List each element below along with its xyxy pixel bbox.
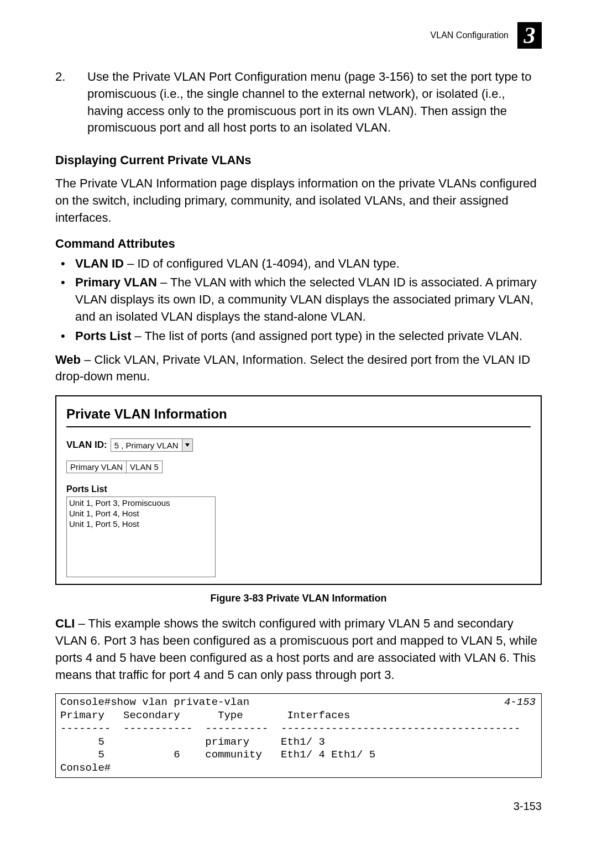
command-attributes-heading: Command Attributes	[55, 237, 542, 251]
bullet-body: Primary VLAN – The VLAN with which the s…	[75, 274, 542, 325]
intro-paragraph: The Private VLAN Information page displa…	[55, 175, 542, 226]
figure-caption: Figure 3-83 Private VLAN Information	[55, 593, 542, 604]
cli-paragraph: CLI – This example shows the switch conf…	[55, 615, 542, 683]
web-prefix: Web	[55, 353, 81, 367]
vlan-id-select[interactable]: 5 , Primary VLAN	[111, 438, 193, 452]
bullet-text: – The list of ports (and assigned port t…	[131, 329, 522, 343]
bullet-dot: •	[61, 328, 69, 345]
list-item[interactable]: Unit 1, Port 3, Promiscuous	[69, 498, 213, 509]
figure-frame: Private VLAN Information VLAN ID: 5 , Pr…	[55, 395, 542, 585]
header-title: VLAN Configuration	[431, 30, 509, 40]
web-text: – Click VLAN, Private VLAN, Information.…	[55, 353, 530, 384]
pv-value: VLAN 5	[127, 461, 163, 473]
pv-header: Primary VLAN	[67, 461, 127, 473]
list-item[interactable]: Unit 1, Port 5, Host	[69, 519, 213, 530]
panel-title: Private VLAN Information	[66, 406, 531, 422]
bullet-term: Primary VLAN	[75, 275, 157, 289]
page-number: 3-153	[55, 800, 542, 813]
web-instructions: Web – Click VLAN, Private VLAN, Informat…	[55, 352, 542, 386]
bullet-term: Ports List	[75, 329, 131, 343]
section-heading: Displaying Current Private VLANs	[55, 153, 542, 168]
cli-output: 4-153Console#show vlan private-vlan Prim…	[55, 693, 542, 778]
cli-text: – This example shows the switch configur…	[55, 616, 537, 681]
list-item[interactable]: Unit 1, Port 4, Host	[69, 509, 213, 519]
page-header: VLAN Configuration 3	[55, 22, 542, 49]
bullet-item: •Ports List – The list of ports (and ass…	[55, 328, 542, 345]
step-number: 2.	[55, 69, 72, 137]
bullet-dot: •	[61, 255, 69, 273]
bullet-item: •VLAN ID – ID of configured VLAN (1-4094…	[55, 255, 542, 273]
step-text: Use the Private VLAN Port Configuration …	[87, 69, 542, 137]
bullet-body: Ports List – The list of ports (and assi…	[75, 328, 522, 345]
code-body: Console#show vlan private-vlan Primary S…	[60, 696, 520, 774]
ordered-step: 2. Use the Private VLAN Port Configurati…	[55, 69, 542, 137]
bullet-dot: •	[61, 274, 69, 325]
divider	[66, 426, 531, 427]
vlan-id-label: VLAN ID:	[66, 440, 107, 451]
ports-list-label: Ports List	[66, 484, 531, 494]
cli-prefix: CLI	[55, 616, 75, 630]
chevron-down-icon[interactable]	[182, 439, 192, 451]
vlan-id-row: VLAN ID: 5 , Primary VLAN	[66, 438, 531, 452]
bullet-text: – ID of configured VLAN (1-4094), and VL…	[124, 257, 400, 270]
chapter-badge: 3	[517, 22, 542, 49]
primary-vlan-table: Primary VLAN VLAN 5	[66, 461, 163, 473]
bullet-term: VLAN ID	[75, 257, 124, 270]
vlan-id-value: 5 , Primary VLAN	[111, 441, 182, 450]
bullet-body: VLAN ID – ID of configured VLAN (1-4094)…	[75, 255, 400, 273]
code-ref: 4-153	[504, 696, 536, 709]
bullet-item: •Primary VLAN – The VLAN with which the …	[55, 274, 542, 325]
ports-listbox[interactable]: Unit 1, Port 3, Promiscuous Unit 1, Port…	[66, 496, 216, 577]
